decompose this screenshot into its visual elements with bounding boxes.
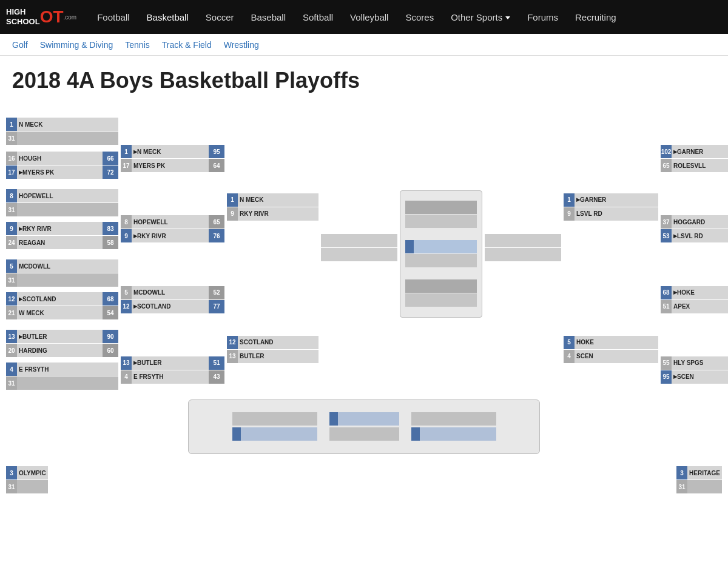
top-nav: HIGHSCHOOL OT .com Football Basketball S… <box>0 0 728 34</box>
match-r3-1: 1GARNER 9LSVL RD <box>564 193 658 221</box>
nav-scores[interactable]: Scores <box>397 1 442 33</box>
match-l1-2: 16HOUGH66 17MYERS PK72 <box>6 152 118 179</box>
match-l1-8: 4E FRSYTH 31 <box>6 362 118 390</box>
sub-nav-wrestling[interactable]: Wrestling <box>224 35 268 55</box>
match-r4-1 <box>485 234 561 262</box>
logo[interactable]: HIGHSCHOOL OT .com <box>6 7 76 26</box>
match-l1-3: 8HOPEWELL 31 <box>6 189 118 217</box>
match-l2-1: 1N MECK95 17MYERS PK64 <box>121 145 224 173</box>
sub-nav-golf[interactable]: Golf <box>12 35 36 55</box>
match-l3-1: 1N MECK 9RKY RIVR <box>227 193 318 221</box>
nav-volleyball[interactable]: Volleyball <box>342 1 397 33</box>
match-l1-1: 1N MECK 31 <box>6 118 118 145</box>
match-r2-2: 37HOGGARD8 53LSVL RD9 <box>661 215 728 243</box>
page-title: 2018 4A Boys Basketball Playoffs <box>0 56 728 99</box>
match-l1-5: 5MCDOWLL 31 <box>6 259 118 287</box>
match-l1-6: 12SCOTLAND68 21W MECK54 <box>6 292 118 320</box>
nav-forums[interactable]: Forums <box>519 1 567 33</box>
nav-recruiting[interactable]: Recruiting <box>567 1 625 33</box>
bracket-container: 1N MECK 31 16HOUGH66 17MYERS PK72 8HOPEW… <box>0 99 728 506</box>
match-l2-2: 8HOPEWELL65 9RKY RIVR76 <box>121 215 224 243</box>
bottom-championship <box>6 399 722 454</box>
bottom-right: 3HERITAGE 31 <box>676 466 722 494</box>
nav-soccer[interactable]: Soccer <box>197 1 243 33</box>
match-l1-4: 9RKY RIVR83 24REAGAN58 <box>6 222 118 250</box>
sub-nav: Golf Swimming & Diving Tennis Track & Fi… <box>0 34 728 56</box>
match-r2-4: 55HLY SPGS20 95SCEN4 <box>661 356 728 384</box>
match-r2-3: 68HOKE5 51APEX12 <box>661 286 728 314</box>
sub-nav-track[interactable]: Track & Field <box>162 35 220 55</box>
match-l2-4: 13BUTLER51 4E FRSYTH43 <box>121 356 224 384</box>
logo-com: .com <box>64 14 77 21</box>
match-l1-7: 13BUTLER90 20HARDING60 <box>6 330 118 358</box>
bottom-left: 3OLYMPIC 31 <box>6 466 48 494</box>
sub-nav-tennis[interactable]: Tennis <box>125 35 158 55</box>
nav-other-sports[interactable]: Other Sports <box>442 1 519 33</box>
championship-bracket <box>400 190 482 318</box>
match-l3-2: 12SCOTLAND 13BUTLER <box>227 336 318 364</box>
logo-highschool: HIGHSCHOOL <box>6 7 40 26</box>
sub-nav-swimming[interactable]: Swimming & Diving <box>40 35 122 55</box>
match-l4-1 <box>321 234 397 262</box>
match-r3-2: 5HOKE 4SCEN <box>564 336 658 364</box>
nav-football[interactable]: Football <box>89 1 138 33</box>
nav-softball[interactable]: Softball <box>294 1 342 33</box>
match-r2-1: 102GARNER1 65ROLESVLL16 <box>661 145 728 173</box>
nav-basketball[interactable]: Basketball <box>138 1 197 33</box>
nav-links: Football Basketball Soccer Baseball Soft… <box>89 1 624 33</box>
nav-baseball[interactable]: Baseball <box>242 1 294 33</box>
logo-ot: OT <box>40 8 64 25</box>
bottom-row: 3OLYMPIC 31 3HERITAGE 31 <box>6 466 722 494</box>
match-l2-3: 5MCDOWLL52 12SCOTLAND77 <box>121 286 224 314</box>
